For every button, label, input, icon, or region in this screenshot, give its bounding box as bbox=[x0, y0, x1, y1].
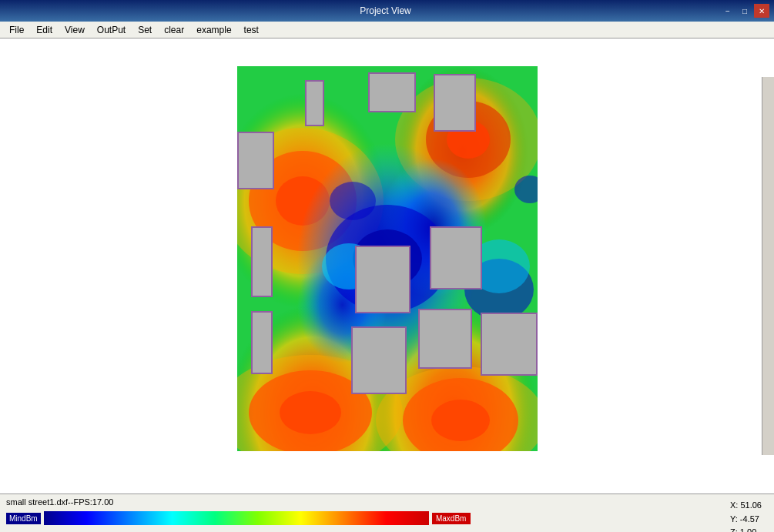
scrollbar[interactable] bbox=[762, 77, 774, 455]
status-bar: small street1.dxf--FPS:17.00 MindBm Maxd… bbox=[0, 494, 774, 532]
menu-item-test[interactable]: test bbox=[238, 23, 265, 37]
color-bar bbox=[44, 511, 429, 525]
menu-item-set[interactable]: Set bbox=[132, 23, 158, 37]
building-b9 bbox=[351, 326, 407, 394]
title-bar: Project View − □ ✕ bbox=[0, 0, 774, 22]
building-b6 bbox=[355, 246, 410, 313]
menu-item-example[interactable]: example bbox=[190, 23, 237, 37]
svg-point-23 bbox=[330, 182, 376, 220]
color-bar-container: MindBm MaxdBm bbox=[6, 511, 471, 525]
restore-button[interactable]: □ bbox=[737, 4, 752, 18]
building-b10 bbox=[418, 309, 472, 369]
building-b1 bbox=[237, 132, 274, 189]
building-b2 bbox=[305, 80, 324, 126]
menu-item-file[interactable]: File bbox=[3, 23, 30, 37]
colorbar-min-label: MindBm bbox=[6, 513, 41, 524]
coord-y: Y: -4.57 bbox=[730, 513, 762, 527]
building-b3 bbox=[368, 72, 416, 112]
menu-item-clear[interactable]: clear bbox=[158, 23, 190, 37]
minimize-button[interactable]: − bbox=[720, 4, 735, 18]
close-button[interactable]: ✕ bbox=[754, 4, 769, 18]
window-title: Project View bbox=[51, 5, 720, 16]
status-left: small street1.dxf--FPS:17.00 MindBm Maxd… bbox=[6, 497, 471, 525]
heatmap-container bbox=[237, 66, 538, 451]
building-b8 bbox=[251, 311, 273, 374]
status-right: X: 51.06 Y: -4.57 Z: 1.00 bbox=[730, 499, 762, 532]
building-b7 bbox=[430, 226, 482, 289]
menu-item-view[interactable]: View bbox=[59, 23, 91, 37]
menu-item-output[interactable]: OutPut bbox=[91, 23, 132, 37]
window-controls: − □ ✕ bbox=[720, 4, 769, 18]
coord-z: Z: 1.00 bbox=[730, 526, 762, 532]
menu-item-edit[interactable]: Edit bbox=[30, 23, 59, 37]
building-b4 bbox=[434, 74, 476, 132]
colorbar-max-label: MaxdBm bbox=[432, 513, 471, 524]
main-content bbox=[0, 38, 774, 494]
coord-x: X: 51.06 bbox=[730, 499, 762, 513]
menu-bar: FileEditViewOutPutSetclearexampletest bbox=[0, 22, 774, 38]
fps-text: small street1.dxf--FPS:17.00 bbox=[6, 497, 471, 507]
building-b5 bbox=[251, 226, 273, 297]
building-b11 bbox=[481, 313, 538, 376]
